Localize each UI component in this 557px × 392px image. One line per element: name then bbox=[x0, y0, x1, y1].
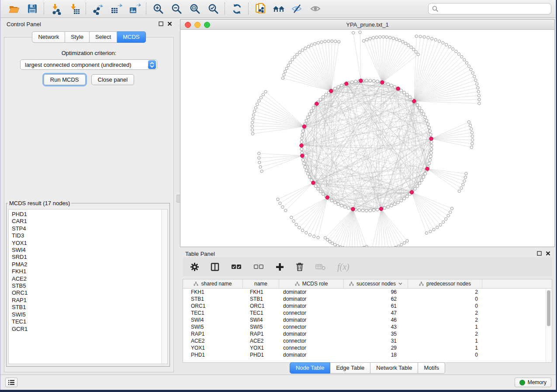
mcds-result-item[interactable]: CAR1 bbox=[12, 218, 167, 225]
tab-node-table[interactable]: Node Table bbox=[290, 362, 331, 374]
table-cell: 35 bbox=[344, 331, 408, 337]
delete-column-icon[interactable] bbox=[296, 262, 304, 271]
mcds-result-item[interactable]: ORC1 bbox=[12, 289, 167, 296]
duplicate-network-button[interactable] bbox=[251, 1, 270, 16]
tab-edge-table[interactable]: Edge Table bbox=[330, 362, 370, 374]
column-header-name[interactable]: name bbox=[243, 279, 279, 288]
export-image-button[interactable] bbox=[125, 1, 144, 16]
zoom-out-icon bbox=[171, 3, 183, 15]
table-row[interactable]: YOX1YOX1connector291 bbox=[183, 344, 552, 351]
hide-selected-button[interactable] bbox=[288, 1, 306, 16]
save-session-button[interactable] bbox=[23, 1, 42, 16]
float-panel-icon[interactable] bbox=[159, 21, 163, 26]
show-all-button[interactable] bbox=[306, 1, 325, 16]
create-column-icon[interactable] bbox=[276, 263, 284, 271]
table-row[interactable]: ACE2ACE2connector311 bbox=[183, 337, 552, 344]
mcds-result-item[interactable]: STB5 bbox=[12, 282, 167, 289]
mcds-result-item[interactable]: RAP1 bbox=[12, 297, 167, 304]
mcds-result-item[interactable]: SRD1 bbox=[12, 254, 167, 261]
mcds-result-item[interactable]: STB1 bbox=[12, 304, 167, 311]
table-cell: ORC1 bbox=[183, 303, 243, 309]
table-scrollbar-thumb[interactable] bbox=[547, 290, 550, 326]
tab-motifs[interactable]: Motifs bbox=[418, 362, 445, 374]
gear-icon[interactable] bbox=[190, 263, 199, 271]
mcds-result-item[interactable]: SWI4 bbox=[12, 247, 167, 254]
show-task-history-button[interactable] bbox=[5, 378, 17, 387]
import-network-button[interactable] bbox=[47, 1, 65, 16]
table-cell: 1 bbox=[408, 338, 482, 344]
table-cell: 2 bbox=[408, 289, 482, 295]
mcds-result-list[interactable]: PHD1CAR1STP4TID3YOX1SWI4SRD1PMA2FKH1ACE2… bbox=[8, 209, 168, 364]
toolbar-separator bbox=[146, 3, 147, 15]
mcds-result-item[interactable]: STP4 bbox=[12, 225, 167, 232]
zoom-out-button[interactable] bbox=[167, 1, 186, 16]
zoom-fit-button[interactable] bbox=[186, 1, 204, 16]
float-table-panel-icon[interactable] bbox=[537, 251, 542, 256]
zoom-selected-button[interactable] bbox=[204, 1, 222, 16]
mcds-result-item[interactable]: SWI5 bbox=[12, 311, 167, 318]
column-header-mcds-role[interactable]: MCDS role bbox=[279, 279, 344, 288]
first-neighbors-button[interactable] bbox=[270, 1, 288, 16]
optimization-criterion-select[interactable]: largest connected component (undirected) bbox=[20, 59, 157, 70]
mcds-result-item[interactable]: TEC1 bbox=[12, 318, 167, 325]
search-box[interactable] bbox=[428, 3, 551, 14]
table-cell: 1 bbox=[408, 324, 482, 330]
memory-button[interactable]: Memory bbox=[515, 378, 551, 387]
network-titlebar[interactable]: YPA_prune.txt_1 bbox=[180, 20, 554, 30]
eye-icon bbox=[309, 3, 322, 14]
open-file-button[interactable] bbox=[5, 1, 23, 16]
table-cell: 46 bbox=[344, 317, 408, 323]
table-scrollbar[interactable] bbox=[546, 289, 552, 362]
select-all-checkboxes-icon[interactable] bbox=[231, 264, 242, 270]
tab-select[interactable]: Select bbox=[90, 31, 117, 43]
refresh-button[interactable] bbox=[228, 1, 246, 16]
close-panel-icon[interactable] bbox=[167, 21, 172, 26]
close-panel-button[interactable]: Close panel bbox=[91, 74, 135, 85]
column-header-shared-name[interactable]: shared name bbox=[183, 279, 243, 288]
run-mcds-button[interactable]: Run MCDS bbox=[44, 74, 86, 85]
table-cell: connector bbox=[279, 324, 344, 330]
table-row[interactable]: SWI4SWI4dominator462 bbox=[183, 316, 552, 323]
table-cell: SWI5 bbox=[183, 324, 243, 330]
table-cell: connector bbox=[279, 338, 344, 344]
mcds-result-item[interactable]: PMA2 bbox=[12, 261, 167, 268]
close-table-panel-icon[interactable] bbox=[546, 251, 550, 256]
export-table-button[interactable] bbox=[107, 1, 125, 16]
unselect-all-checkboxes-icon[interactable] bbox=[253, 264, 264, 270]
table-row[interactable]: STB1STB1dominator620 bbox=[183, 296, 552, 303]
export-network-button[interactable] bbox=[89, 1, 107, 16]
tab-network[interactable]: Network bbox=[32, 31, 65, 43]
mcds-list-scrollbar[interactable] bbox=[161, 210, 167, 364]
table-row[interactable]: ORC1ORC1dominator610 bbox=[183, 303, 552, 309]
show-columns-icon[interactable] bbox=[211, 263, 219, 271]
table-row[interactable]: TEC1TEC1connector472 bbox=[183, 309, 552, 316]
table-cell: ACE2 bbox=[243, 338, 279, 344]
table-cell: TEC1 bbox=[243, 310, 279, 316]
table-row[interactable]: SWI5SWI5connector431 bbox=[183, 323, 552, 330]
mcds-result-item[interactable]: TID3 bbox=[12, 232, 167, 239]
mcds-result-item[interactable]: FKH1 bbox=[12, 268, 167, 275]
import-table-button[interactable] bbox=[65, 1, 83, 16]
table-row[interactable]: FKH1FKH1dominator962 bbox=[183, 289, 552, 296]
search-input[interactable] bbox=[441, 5, 547, 13]
toolbar-separator bbox=[248, 3, 249, 15]
memory-status-dot bbox=[519, 380, 525, 385]
table-cell: 47 bbox=[344, 310, 408, 316]
table-cell: ORC1 bbox=[243, 303, 279, 309]
mcds-result-item[interactable]: GCR1 bbox=[12, 326, 167, 333]
application-window: Control Panel Network Style Select MCDS … bbox=[0, 0, 556, 390]
mcds-result-item[interactable]: YOX1 bbox=[12, 240, 167, 247]
tab-style[interactable]: Style bbox=[65, 31, 90, 43]
table-row[interactable]: RAP1RAP1dominator352 bbox=[183, 330, 552, 337]
mcds-result-item[interactable]: PHD1 bbox=[12, 211, 167, 218]
vertical-splitter[interactable] bbox=[176, 18, 180, 375]
tab-mcds[interactable]: MCDS bbox=[117, 31, 145, 43]
zoom-in-button[interactable] bbox=[149, 1, 167, 16]
mcds-result-item[interactable]: ACE2 bbox=[12, 275, 167, 282]
tab-network-table[interactable]: Network Table bbox=[370, 362, 418, 374]
table-cell: 43 bbox=[344, 324, 408, 330]
network-canvas[interactable] bbox=[180, 29, 554, 247]
table-row[interactable]: PHD1PHD1dominator180 bbox=[183, 351, 552, 358]
column-header-successor-nodes[interactable]: successor nodes bbox=[344, 279, 408, 288]
column-header-predecessor-nodes[interactable]: predecessor nodes bbox=[408, 279, 482, 288]
